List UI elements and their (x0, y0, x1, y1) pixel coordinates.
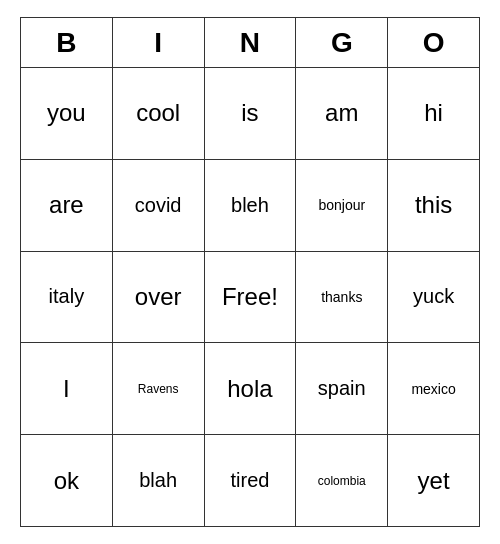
cell-r1-c0: are (21, 159, 113, 251)
cell-r2-c2: Free! (204, 251, 296, 343)
cell-r0-c2: is (204, 68, 296, 160)
cell-r1-c4: this (388, 159, 480, 251)
cell-r3-c4: mexico (388, 343, 480, 435)
cell-r2-c1: over (112, 251, 204, 343)
cell-r0-c1: cool (112, 68, 204, 160)
header-cell-o: O (388, 18, 480, 68)
cell-r4-c0: ok (21, 435, 113, 527)
table-row: IRavensholaspainmexico (21, 343, 480, 435)
header-cell-n: N (204, 18, 296, 68)
cell-r4-c2: tired (204, 435, 296, 527)
header-cell-g: G (296, 18, 388, 68)
bingo-card: BINGO youcoolisamhiarecovidblehbonjourth… (20, 17, 480, 527)
cell-r1-c3: bonjour (296, 159, 388, 251)
table-row: youcoolisamhi (21, 68, 480, 160)
header-cell-i: I (112, 18, 204, 68)
cell-r4-c1: blah (112, 435, 204, 527)
bingo-body: youcoolisamhiarecovidblehbonjourthisital… (21, 68, 480, 527)
table-row: italyoverFree!thanksyuck (21, 251, 480, 343)
cell-r4-c3: colombia (296, 435, 388, 527)
cell-r0-c0: you (21, 68, 113, 160)
table-row: okblahtiredcolombiayet (21, 435, 480, 527)
cell-r3-c3: spain (296, 343, 388, 435)
cell-r4-c4: yet (388, 435, 480, 527)
header-cell-b: B (21, 18, 113, 68)
cell-r3-c0: I (21, 343, 113, 435)
cell-r0-c4: hi (388, 68, 480, 160)
cell-r2-c4: yuck (388, 251, 480, 343)
cell-r2-c0: italy (21, 251, 113, 343)
cell-r0-c3: am (296, 68, 388, 160)
header-row: BINGO (21, 18, 480, 68)
cell-r1-c2: bleh (204, 159, 296, 251)
table-row: arecovidblehbonjourthis (21, 159, 480, 251)
cell-r3-c2: hola (204, 343, 296, 435)
cell-r3-c1: Ravens (112, 343, 204, 435)
cell-r2-c3: thanks (296, 251, 388, 343)
cell-r1-c1: covid (112, 159, 204, 251)
